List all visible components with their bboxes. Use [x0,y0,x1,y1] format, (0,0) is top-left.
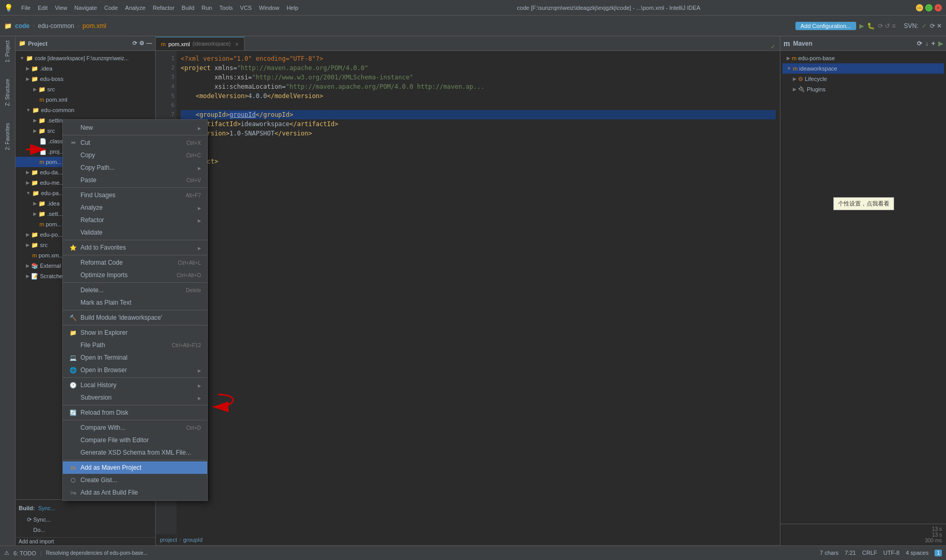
tree-item-edu-boss-src[interactable]: ▶ 📁 src [16,84,155,94]
ctx-copy[interactable]: Copy Ctrl+C [63,149,207,161]
ctx-validate[interactable]: Validate [63,226,207,239]
ctx-compare-with[interactable]: Compare With... Ctrl+D [63,421,207,434]
ctx-compare-editor[interactable]: Compare File with Editor [63,434,207,446]
indent[interactable]: 4 spaces [906,550,928,556]
ctx-build-module[interactable]: 🔨 Build Module 'ideaworkspace' [63,311,207,324]
tree-item-edu-boss[interactable]: ▶ 📁 edu-boss [16,74,155,84]
build-sync-item[interactable]: ⟳ Sync... [23,514,152,525]
menu-help[interactable]: Help [283,4,302,12]
svn-check[interactable]: ✓ [922,22,927,30]
maven-sync-icon[interactable]: ⟳ [917,40,922,47]
ctx-refactor-arrow [198,216,201,224]
ctx-reformat-shortcut: Ctrl+Alt+L [178,260,201,266]
tree-item-idea[interactable]: ▶ 📁 .idea [16,63,155,74]
menu-code[interactable]: Code [101,4,121,12]
ctx-reformat[interactable]: Reformat Code Ctrl+Alt+L [63,256,207,269]
side-icons-bar: 1: Project Z: Structure 2: Favorites [0,36,16,545]
add-and-import-section[interactable]: Add and import [16,537,155,545]
chevron-icon: ▶ [793,87,796,92]
maven-item-ideaworkspace[interactable]: ▼ m ideaworkspace [782,63,944,74]
ctx-mark-plain-text[interactable]: Mark as Plain Text [63,296,207,309]
ctx-open-terminal[interactable]: 💻 Open in Terminal [63,351,207,364]
maven-item-plugins[interactable]: ▶ 🔌 Plugins [782,84,944,94]
ctx-file-path[interactable]: File Path Ctrl+Alt+F12 [63,339,207,351]
ctx-paste[interactable]: Paste Ctrl+V [63,174,207,186]
lifecycle-icon: ⚙ [798,76,803,83]
add-and-import-label[interactable]: Add and import [19,539,54,544]
minimize-button[interactable]: — [916,4,923,11]
ctx-delete[interactable]: Delete... Delete [63,284,207,296]
tab-close-icon[interactable]: × [235,41,238,47]
menu-view[interactable]: View [52,4,71,12]
structure-tab-icon[interactable]: Z: Structure [4,77,11,108]
todo-label[interactable]: ⚠ [4,550,9,556]
ctx-add-favorites[interactable]: ⭐ Add to Favorites [63,241,207,254]
ctx-refactor[interactable]: Refactor [63,214,207,226]
tree-item-edu-common[interactable]: ▼ 📁 edu-common [16,105,155,115]
menu-build[interactable]: Build [179,4,197,12]
ctx-subversion[interactable]: Subversion [63,391,207,404]
ctx-local-history[interactable]: 🕐 Local History [63,379,207,391]
ctx-reload[interactable]: 🔄 Reload from Disk [63,406,207,419]
debug-button[interactable]: 🐛 [867,22,875,30]
maven-download-icon[interactable]: ↓ [925,40,928,47]
tree-item-root[interactable]: ▼ 📁 code [ideaworkspace] F:\sunzrqm\weiz… [16,53,155,63]
ctx-optimize[interactable]: Optimize Imports Ctrl+Alt+O [63,269,207,281]
svn-icons[interactable]: ⟳ ✕ [930,22,942,30]
menu-window[interactable]: Window [256,4,282,12]
add-configuration-button[interactable]: Add Configuration... [795,22,856,30]
ctx-create-gist[interactable]: ⬡ Create Gist... [63,474,207,486]
maven-item-edu-pom-base[interactable]: ▶ m edu-pom-base [782,53,944,63]
menu-bar[interactable]: 💡 File Edit View Navigate Code Analyze R… [4,4,302,12]
maven-item-lifecycle[interactable]: ▶ ⚙ Lifecycle [782,74,944,84]
ctx-new[interactable]: New [63,121,207,134]
folder-icon: 📁 [32,190,39,197]
maven-run-icon[interactable]: ▶ [938,40,943,47]
menu-tools[interactable]: Tools [216,4,236,12]
sync-label[interactable]: Sync... [38,505,56,511]
ctx-show-explorer[interactable]: 📁 Show in Explorer [63,326,207,339]
ctx-copy-path[interactable]: Copy Path... [63,161,207,174]
ctx-open-browser[interactable]: 🌐 Open in Browser [63,364,207,376]
maximize-button[interactable]: □ [925,4,933,11]
menu-refactor[interactable]: Refactor [150,4,178,12]
ctx-cut[interactable]: ✂ Cut Ctrl+X [63,136,207,149]
tab-pom-xml[interactable]: m pom.xml (ideaworkspace) × [156,37,245,50]
panel-settings-icon[interactable]: ⚙ [139,40,144,47]
window-controls[interactable]: — □ × [916,4,942,11]
ctx-add-maven[interactable]: m Add as Maven Project [63,461,207,474]
tree-item-edu-boss-pom[interactable]: m pom.xml [16,94,155,105]
maven-timings: 13 s 13 s 300 ms [780,524,946,545]
favorites-tab-icon[interactable]: 2: Favorites [4,121,11,152]
menu-edit[interactable]: Edit [35,4,51,12]
maven-toolbar[interactable]: ⟳ ↓ + ▶ [917,40,943,47]
tooltip-personalise: 个性设置，点我看看 [833,197,894,210]
menu-vcs[interactable]: VCS [237,4,255,12]
build-do-item[interactable]: Do... [23,525,152,535]
project-tab-icon[interactable]: 1: Project [4,38,11,64]
panel-close-icon[interactable]: — [146,40,152,47]
todo-text[interactable]: 6: TODO [13,550,36,556]
menu-run[interactable]: Run [198,4,215,12]
panel-header-icons[interactable]: ⟳ ⚙ — [132,40,152,47]
maven-add-icon[interactable]: + [931,40,935,47]
ctx-add-ant[interactable]: 🐜 Add as Ant Build File [63,486,207,499]
menu-navigate[interactable]: Navigate [71,4,100,12]
code-editor[interactable]: <?xml version="1.0" encoding="UTF-8"?> <… [177,51,780,534]
close-button[interactable]: × [935,4,942,11]
context-menu[interactable]: New ✂ Cut Ctrl+X Copy Ctrl+C Copy Path..… [62,119,208,501]
line-ending[interactable]: CRLF [862,550,877,556]
editor-toolbar: ✓ [771,43,780,50]
chevron-icon: ▶ [33,87,37,92]
menu-analyze[interactable]: Analyze [122,4,148,12]
ctx-analyze[interactable]: Analyze [63,201,207,214]
ctx-find-usages[interactable]: Find Usages Alt+F7 [63,189,207,201]
run-button[interactable]: ▶ [859,22,864,30]
ctx-generate-xsd[interactable]: Generate XSD Schema from XML File... [63,446,207,459]
encoding[interactable]: UTF-8 [883,550,899,556]
ctx-sep7 [63,325,207,325]
menu-file[interactable]: File [18,4,34,12]
ctx-optimize-shortcut: Ctrl+Alt+O [177,272,201,278]
maven-icon: m [69,465,77,471]
panel-sync-icon[interactable]: ⟳ [132,40,137,47]
